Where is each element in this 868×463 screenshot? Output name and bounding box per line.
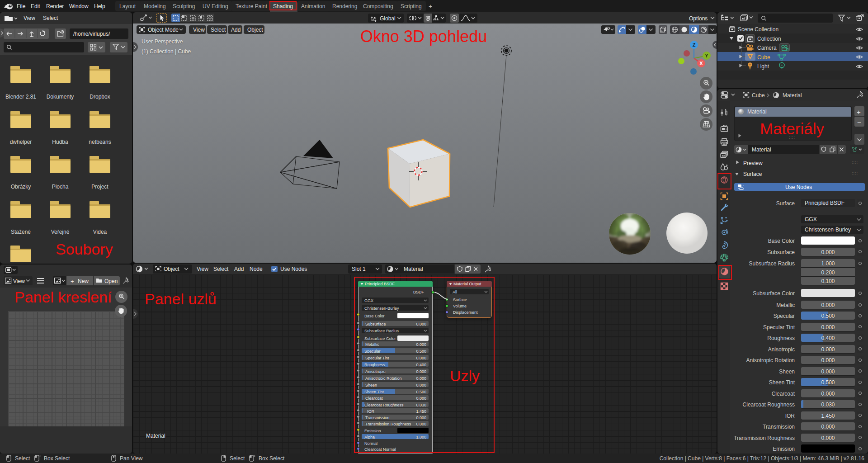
- svg-text:Y: Y: [705, 53, 708, 58]
- svg-text:Z: Z: [693, 42, 696, 47]
- svg-text:X: X: [699, 61, 703, 66]
